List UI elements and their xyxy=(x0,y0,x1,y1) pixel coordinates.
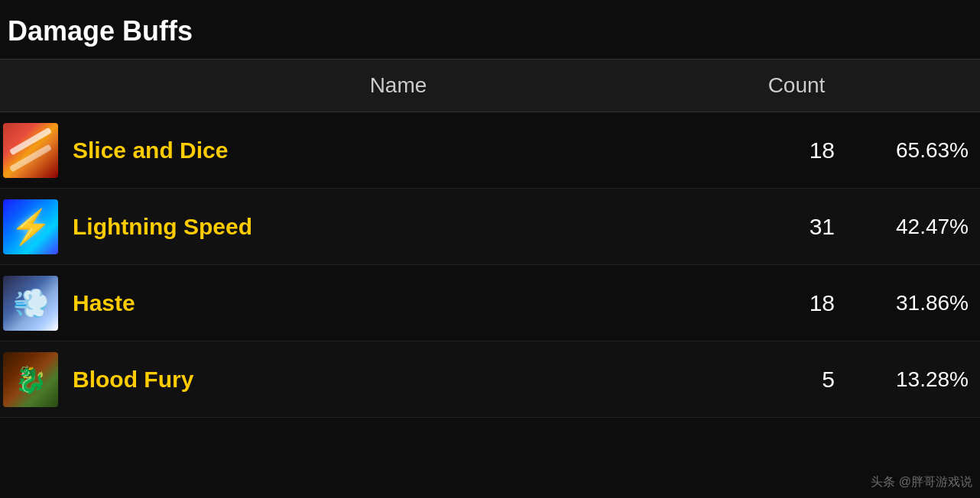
row-name-slice-and-dice: Slice and Dice xyxy=(61,137,735,163)
table-header: Name Count xyxy=(0,59,980,112)
row-pct-blood-fury: 13.28% xyxy=(858,367,980,392)
row-pct-lightning-speed: 42.47% xyxy=(858,215,980,239)
blood-fury-icon: 🐉 xyxy=(3,352,58,407)
table-row: 💨 Haste 18 31.86% xyxy=(0,265,980,341)
table-row: ⚡ Lightning Speed 31 42.47% xyxy=(0,189,980,265)
lightning-bolt-symbol: ⚡ xyxy=(10,210,52,244)
row-pct-slice-and-dice: 65.63% xyxy=(858,138,980,163)
lightning-speed-icon: ⚡ xyxy=(3,199,58,254)
blood-fury-symbol: 🐉 xyxy=(15,364,47,395)
main-container: Damage Buffs Name Count Slice and Dice 1… xyxy=(0,0,980,498)
row-pct-haste: 31.86% xyxy=(858,291,980,315)
row-count-lightning-speed: 31 xyxy=(735,214,858,240)
header-count: Count xyxy=(735,73,858,98)
page-title: Damage Buffs xyxy=(0,0,980,59)
table-row: Slice and Dice 18 65.63% xyxy=(0,112,980,189)
row-count-haste: 18 xyxy=(735,290,858,316)
watermark: 头条 @胖哥游戏说 xyxy=(871,474,972,490)
damage-buffs-table: Name Count Slice and Dice 18 65.63% ⚡ Li… xyxy=(0,59,980,418)
row-count-slice-and-dice: 18 xyxy=(735,137,858,163)
row-count-blood-fury: 5 xyxy=(735,367,858,393)
haste-symbol: 💨 xyxy=(13,286,49,320)
slice-and-dice-icon xyxy=(3,123,58,178)
row-icon-lightning-speed: ⚡ xyxy=(0,196,61,257)
row-icon-blood-fury: 🐉 xyxy=(0,349,61,410)
row-icon-slice-and-dice xyxy=(0,120,61,181)
row-name-blood-fury: Blood Fury xyxy=(61,367,735,393)
table-row: 🐉 Blood Fury 5 13.28% xyxy=(0,341,980,418)
haste-icon: 💨 xyxy=(3,276,58,331)
row-name-lightning-speed: Lightning Speed xyxy=(61,214,735,240)
row-name-haste: Haste xyxy=(61,290,735,316)
header-name: Name xyxy=(61,73,735,98)
row-icon-haste: 💨 xyxy=(0,273,61,334)
